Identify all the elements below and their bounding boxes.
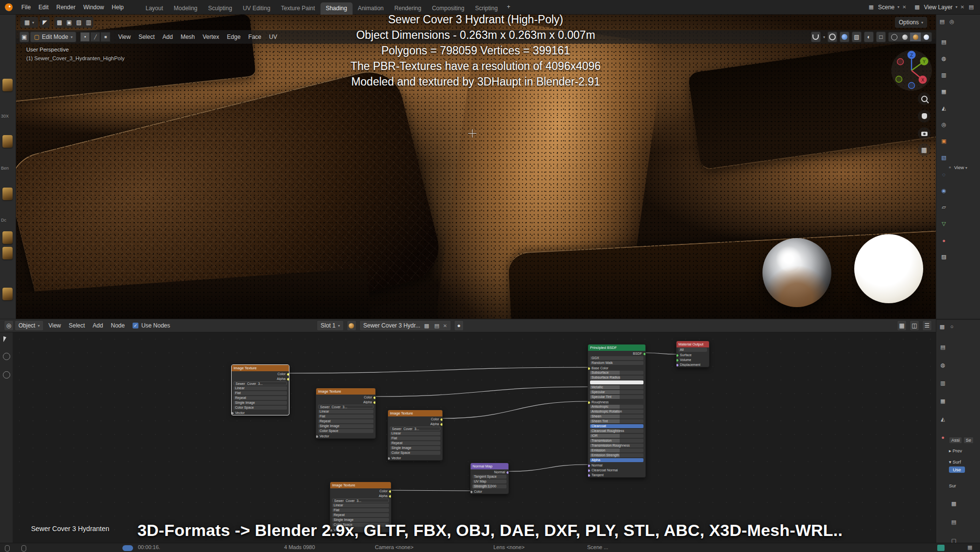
properties-tab-scene-icon[interactable]: ◭ bbox=[939, 415, 947, 423]
properties-tab-object-icon[interactable]: ▣ bbox=[940, 137, 948, 145]
viewport-menu-item[interactable]: Vertex bbox=[199, 34, 223, 40]
node-row[interactable]: Sewer_Cover_3... bbox=[390, 426, 440, 431]
scene-selector[interactable]: Scene bbox=[878, 4, 895, 11]
node-row[interactable]: Flat bbox=[318, 414, 373, 419]
node-title[interactable]: Image Texture bbox=[330, 482, 391, 488]
workspace-tab[interactable]: Animation bbox=[353, 2, 389, 15]
node-tool-icon[interactable] bbox=[3, 353, 10, 360]
node-row[interactable]: Volume bbox=[678, 357, 707, 362]
node-row[interactable]: Emission bbox=[590, 448, 643, 453]
shader-node-tex-top[interactable]: Image TextureColorAlphaSewer_Cover_3...L… bbox=[231, 364, 289, 415]
node-row[interactable]: IOR bbox=[590, 433, 643, 438]
properties-tab-tool-icon[interactable]: ▤ bbox=[939, 343, 947, 351]
workspace-tab[interactable]: Sculpting bbox=[203, 2, 237, 15]
workspace-tab[interactable]: Compositing bbox=[426, 2, 470, 15]
node-row[interactable]: Clearcoat Roughness bbox=[590, 429, 643, 433]
view-layer-selector[interactable]: View Layer bbox=[924, 4, 952, 11]
node-row[interactable]: Color bbox=[318, 395, 373, 399]
blender-logo-icon[interactable] bbox=[5, 3, 13, 11]
node-row[interactable]: Sheen Tint bbox=[590, 419, 643, 424]
properties-tab-constraints-icon[interactable]: ▱ bbox=[940, 203, 948, 211]
active-tool-icon[interactable]: ▦ ▾ bbox=[20, 17, 38, 28]
mode-dropdown[interactable]: ▢ Edit Mode ▾ bbox=[30, 32, 76, 42]
properties-tab-view-layer-icon[interactable]: ▦ bbox=[940, 87, 948, 96]
node-row[interactable]: Color Space bbox=[390, 450, 440, 455]
properties-tab-render-icon[interactable]: ◍ bbox=[940, 54, 948, 63]
add-workspace-button[interactable]: + bbox=[503, 1, 514, 13]
node-row[interactable]: Vector bbox=[318, 433, 373, 438]
viewport-menu-item[interactable]: View bbox=[114, 34, 135, 40]
properties-tab-texture-icon[interactable]: ▨ bbox=[940, 253, 948, 261]
properties-tab-view-layer-icon[interactable]: ▦ bbox=[939, 397, 947, 405]
topbar-menu-item[interactable]: File bbox=[17, 0, 34, 15]
shader-node-tex-mid-right[interactable]: Image TextureColorAlphaSewer_Cover_3...L… bbox=[388, 410, 443, 461]
snap-node-icon[interactable]: ▦ bbox=[897, 320, 907, 331]
node-row[interactable]: Single Image bbox=[234, 400, 287, 405]
node-row[interactable]: Sewer_Cover_3... bbox=[234, 381, 287, 386]
node-row[interactable]: Single Image bbox=[318, 424, 373, 429]
toolbar-tool-icon[interactable] bbox=[2, 231, 13, 244]
shader-menu-item[interactable]: Select bbox=[65, 322, 89, 329]
node-row[interactable]: Specular bbox=[590, 390, 643, 395]
node-row[interactable]: Transmission bbox=[590, 438, 643, 443]
node-row[interactable]: Normal bbox=[590, 463, 643, 467]
toolbar-tool-icon[interactable] bbox=[2, 135, 13, 148]
zoom-viewport-icon[interactable] bbox=[918, 92, 930, 105]
scene-unlink-icon[interactable]: ✕ bbox=[902, 4, 906, 10]
solid-shading-button[interactable] bbox=[899, 33, 910, 41]
node-row[interactable]: Linear bbox=[234, 386, 287, 391]
node-row[interactable]: Subsurface bbox=[590, 370, 643, 375]
viewport-menu-item[interactable]: Edge bbox=[223, 34, 244, 40]
workspace-tab[interactable]: Layout bbox=[140, 2, 169, 15]
viewport-menu-item[interactable]: Face bbox=[244, 34, 265, 40]
view-tab-row[interactable]: ▫ View ▾ bbox=[947, 163, 967, 171]
node-row[interactable]: Clearcoat bbox=[590, 424, 643, 429]
material-name-field[interactable]: Sewer Cover 3 Hydr... ▩ ▤ ✕ bbox=[359, 320, 451, 331]
navigation-gizmo[interactable]: Z Y X bbox=[890, 49, 933, 92]
node-row[interactable]: Transmission Roughness bbox=[590, 443, 643, 448]
pin-icon[interactable]: ● bbox=[454, 320, 464, 331]
snap-dropdown-icon[interactable]: ▾ bbox=[823, 35, 825, 39]
overlays-icon[interactable]: ◐ bbox=[864, 32, 874, 42]
properties-tab-particles-icon[interactable]: ◌ bbox=[940, 170, 948, 178]
material-search-icon[interactable]: ○ bbox=[948, 323, 956, 330]
node-row[interactable]: Color bbox=[332, 488, 389, 493]
shader-node-normal-map[interactable]: Normal MapNormalTangent SpaceUV MapStren… bbox=[470, 463, 509, 494]
assign-button[interactable]: Assi bbox=[949, 437, 962, 444]
viewport-menu-item[interactable]: Mesh bbox=[177, 34, 199, 40]
node-row[interactable]: Color bbox=[473, 489, 507, 494]
node-row[interactable]: Specular Tint bbox=[590, 395, 643, 399]
material-preview-icon[interactable] bbox=[347, 320, 356, 331]
shader-menu-item[interactable]: Node bbox=[107, 322, 129, 329]
topbar-menu-item[interactable]: Edit bbox=[34, 0, 52, 15]
shader-node-canvas[interactable]: Image TextureColorAlphaSewer_Cover_3...L… bbox=[13, 332, 936, 543]
topbar-menu-item[interactable]: Help bbox=[108, 0, 128, 15]
node-overlay-icon[interactable]: ◫ bbox=[910, 320, 919, 331]
node-row[interactable]: Repeat bbox=[332, 513, 389, 518]
node-row[interactable]: Emission Strength bbox=[590, 453, 643, 458]
shader-node-tex-mid-left[interactable]: Image TextureColorAlphaSewer_Cover_3...L… bbox=[316, 388, 376, 439]
use-nodes-button[interactable]: Use bbox=[949, 466, 965, 473]
topbar-menu-item[interactable]: Window bbox=[79, 0, 108, 15]
shader-menu-item[interactable]: View bbox=[45, 322, 65, 329]
node-row[interactable]: Sheen bbox=[590, 414, 643, 419]
node-row[interactable]: Displacement bbox=[678, 362, 707, 367]
shader-node-material-output[interactable]: Material OutputAllSurfaceVolumeDisplacem… bbox=[676, 341, 710, 367]
fake-user-shield-icon[interactable]: ▩ bbox=[422, 322, 430, 329]
node-row[interactable]: Tangent bbox=[590, 472, 643, 477]
panel-divider[interactable] bbox=[936, 319, 980, 320]
properties-tab-tool-icon[interactable]: ▤ bbox=[940, 38, 948, 46]
workspace-tab[interactable]: Modeling bbox=[169, 2, 203, 15]
overlap-setting-icon[interactable]: ▥ bbox=[84, 17, 93, 28]
node-row[interactable]: Linear bbox=[390, 431, 440, 436]
node-row[interactable]: Linear bbox=[332, 503, 389, 508]
viewport-menu-item[interactable]: UV bbox=[265, 34, 281, 40]
material-props-icon[interactable]: ▩ bbox=[938, 323, 946, 330]
material-preview-button[interactable] bbox=[910, 33, 921, 41]
mirror-setting-icon[interactable]: ▨ bbox=[74, 17, 84, 28]
3d-viewport[interactable]: User Perspective (1) Sewer_Cover_3_Hydra… bbox=[16, 15, 936, 319]
window-grid-icon[interactable]: ▤ bbox=[967, 3, 975, 11]
node-row[interactable]: Flat bbox=[332, 508, 389, 513]
properties-filter-icon[interactable]: ▤ bbox=[938, 17, 946, 25]
node-options-icon[interactable]: ☰ bbox=[922, 320, 932, 331]
